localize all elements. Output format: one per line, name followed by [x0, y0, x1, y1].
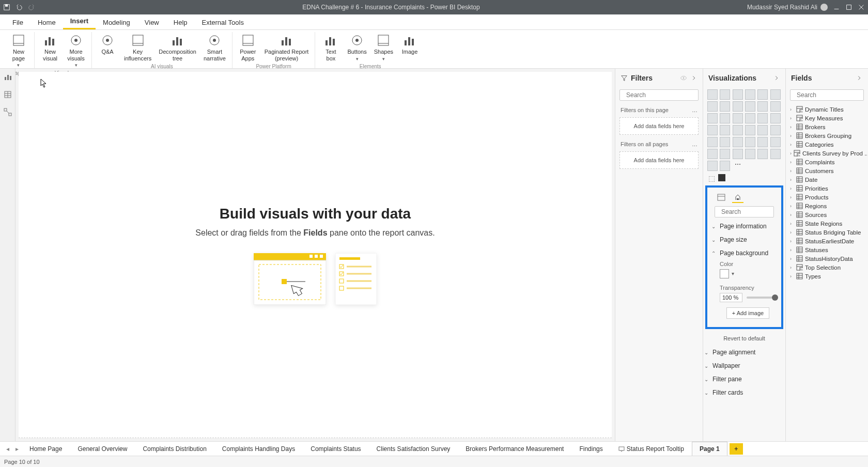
color-dropdown-icon[interactable]: ▾ [732, 271, 734, 276]
field-item[interactable]: ›fxClients Survey by Prod ... [787, 149, 867, 158]
menu-tab-insert[interactable]: Insert [63, 14, 96, 29]
fields-tab-icon[interactable] [716, 193, 727, 203]
ribbon-buttons[interactable]: Buttons▾ [345, 32, 368, 63]
viz-type-icon[interactable] [770, 125, 781, 135]
ribbon-new[interactable]: Newpage▾ [7, 32, 30, 69]
diamond-icon[interactable] [720, 161, 730, 171]
color-swatch[interactable] [720, 269, 729, 278]
viz-type-icon[interactable] [745, 149, 755, 159]
fields-search[interactable] [790, 89, 864, 101]
field-item[interactable]: ›StatusEarliestDate [787, 237, 867, 245]
sec-page-info[interactable]: ⌄Page information [710, 220, 778, 233]
field-item[interactable]: ›Priorities [787, 184, 867, 193]
viz-type-icon[interactable] [770, 113, 781, 123]
sec-wallpaper[interactable]: ⌄Wallpaper [703, 359, 785, 372]
page-tab[interactable]: General Overview [70, 442, 135, 456]
page-tab[interactable]: Page 1 [692, 442, 727, 456]
ribbon-paginated-report[interactable]: Paginated Report(preview) [262, 32, 311, 63]
viz-type-icon[interactable] [757, 125, 768, 135]
page-tab[interactable]: Complaints Handling Days [214, 442, 303, 456]
field-item[interactable]: ›fxKey Measures [787, 114, 867, 122]
slider-thumb[interactable] [772, 294, 778, 301]
field-item[interactable]: ›Sources [787, 210, 867, 219]
format-search[interactable] [715, 206, 774, 217]
viz-type-icon[interactable] [707, 137, 718, 147]
field-item[interactable]: ›Brokers [787, 122, 867, 131]
viz-type-icon[interactable] [757, 113, 768, 123]
ribbon-shapes[interactable]: Shapes▾ [372, 32, 395, 63]
format-tab-icon[interactable] [732, 193, 743, 203]
data-view-icon[interactable] [4, 90, 12, 99]
paint-roller-icon[interactable] [707, 161, 718, 171]
filters-all-drop[interactable]: Add data fields here [619, 151, 699, 169]
field-item[interactable]: ›fxTop Selection [787, 263, 867, 272]
collapse-icon[interactable] [856, 74, 863, 82]
page-tab[interactable]: Complaints Distribution [135, 442, 214, 456]
collapse-icon[interactable] [773, 74, 780, 82]
field-item[interactable]: ›Regions [787, 201, 867, 210]
menu-tab-help[interactable]: Help [166, 15, 195, 29]
viz-type-icon[interactable] [707, 101, 718, 112]
viz-type-icon[interactable] [745, 137, 755, 147]
viz-type-icon[interactable] [733, 113, 743, 123]
field-item[interactable]: ›Status Bridging Table [787, 228, 867, 237]
page-tab[interactable]: Status Report Tooltip [611, 442, 692, 456]
filters-page-drop[interactable]: Add data fields here [619, 117, 699, 135]
viz-type-icon[interactable] [720, 149, 730, 159]
ribbon-image[interactable]: Image [398, 32, 421, 63]
save-icon[interactable] [3, 4, 10, 11]
viz-type-icon[interactable] [733, 125, 743, 135]
field-item[interactable]: ›fxDynamic Titles [787, 105, 867, 114]
viz-type-icon[interactable] [707, 113, 718, 123]
viz-type-icon[interactable] [707, 89, 718, 100]
model-view-icon[interactable] [4, 108, 12, 116]
viz-type-icon[interactable] [733, 137, 743, 147]
page-tab[interactable]: Clients Satisfaction Survey [369, 442, 458, 456]
page-tab[interactable]: Complaints Status [303, 442, 368, 456]
menu-tab-view[interactable]: View [137, 15, 166, 29]
menu-tab-modeling[interactable]: Modeling [96, 15, 137, 29]
ribbon-key[interactable]: Keyinfluencers [122, 32, 153, 63]
redo-icon[interactable] [28, 4, 35, 11]
filters-search-input[interactable] [626, 91, 704, 99]
format-page-icon[interactable]: ⬚ [708, 174, 715, 182]
transparency-value[interactable]: 100 % [720, 293, 742, 302]
field-item[interactable]: ›Customers [787, 166, 867, 175]
sec-page-align[interactable]: ⌄Page alignment [703, 346, 785, 359]
viz-type-icon[interactable] [733, 89, 743, 100]
field-item[interactable]: ›StatusHistoryData [787, 254, 867, 263]
page-tab[interactable]: Home Page [22, 442, 70, 456]
revert-default[interactable]: Revert to default [703, 331, 785, 346]
format-page-color[interactable] [718, 174, 725, 181]
ribbon-power[interactable]: PowerApps [237, 32, 259, 63]
sec-page-bg[interactable]: ⌃Page background [710, 246, 778, 260]
eye-icon[interactable] [680, 74, 687, 82]
ribbon-more[interactable]: Morevisuals▾ [65, 32, 87, 69]
viz-type-icon[interactable] [770, 101, 781, 112]
page-tab[interactable]: Findings [571, 442, 610, 456]
viz-type-icon[interactable] [757, 149, 768, 159]
ribbon-q-a[interactable]: Q&A [96, 32, 119, 63]
field-item[interactable]: ›Types [787, 272, 867, 281]
viz-type-icon[interactable] [745, 101, 755, 112]
field-item[interactable]: ›Categories [787, 140, 867, 149]
viz-type-icon[interactable] [770, 149, 781, 159]
ribbon-text[interactable]: Textbox [319, 32, 342, 63]
viz-type-icon[interactable] [745, 125, 755, 135]
minimize-icon[interactable] [833, 4, 840, 11]
menu-tab-file[interactable]: File [5, 15, 30, 29]
format-search-input[interactable] [721, 208, 785, 215]
sec-filter-cards[interactable]: ⌄Filter cards [703, 386, 785, 399]
viz-type-icon[interactable] [745, 113, 755, 123]
viz-type-icon[interactable] [720, 125, 730, 135]
report-view-icon[interactable] [4, 73, 12, 81]
field-item[interactable]: ›Products [787, 193, 867, 201]
add-image-button[interactable]: + Add image [726, 307, 769, 319]
undo-icon[interactable] [16, 4, 23, 11]
viz-type-icon[interactable] [707, 149, 718, 159]
sec-filter-pane[interactable]: ⌄Filter pane [703, 372, 785, 386]
viz-type-icon[interactable] [720, 89, 730, 100]
filters-search[interactable] [619, 89, 699, 101]
viz-type-icon[interactable] [770, 89, 781, 100]
sec-page-size[interactable]: ⌄Page size [710, 233, 778, 246]
